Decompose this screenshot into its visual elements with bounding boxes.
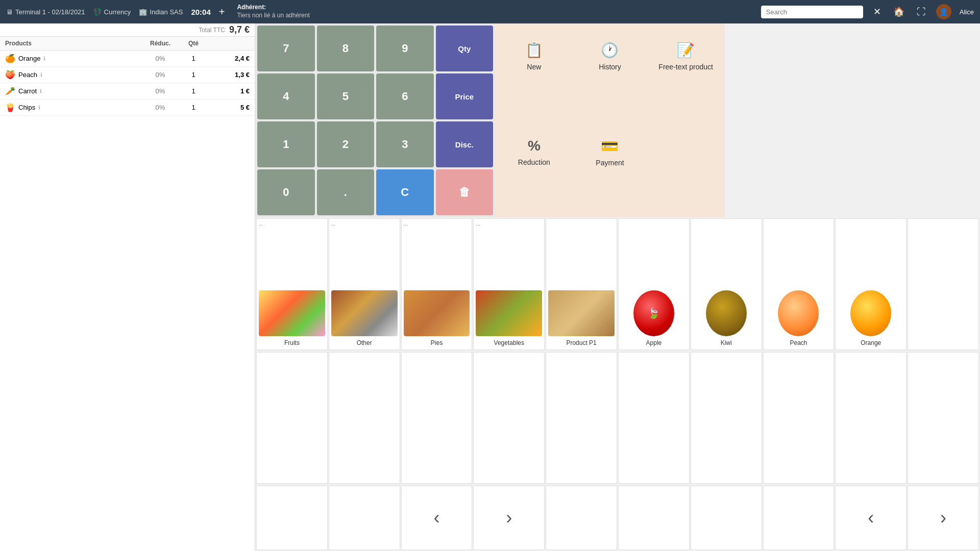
- product-name-vegetables: Vegetables: [494, 338, 524, 347]
- adherent-value: Tiers non lié à un adhérent: [237, 12, 309, 19]
- product-icon: 🥕: [5, 86, 15, 96]
- numpad-1-button[interactable]: 1: [257, 121, 315, 167]
- numpad-.-button[interactable]: .: [317, 169, 375, 215]
- product-cell-row2-6: [691, 352, 762, 484]
- nav-next-products[interactable]: ›: [908, 486, 979, 550]
- total-value: 1 €: [209, 87, 250, 95]
- product-name-peach: Peach: [790, 338, 807, 347]
- nav-next-categories[interactable]: ›: [473, 486, 545, 550]
- avatar: 👤: [936, 4, 951, 19]
- product-cell-vegetables[interactable]: ...Vegetables: [473, 218, 545, 350]
- header: 🖥 Terminal 1 - 02/18/2021 💱 Currency 🏢 I…: [0, 0, 980, 23]
- col-total-header: [209, 40, 250, 47]
- numpad-price-button[interactable]: Price: [436, 73, 494, 119]
- product-cell-product-p1[interactable]: Product P1: [546, 218, 617, 350]
- info-icon[interactable]: ℹ: [40, 88, 42, 94]
- col-reduction-header: Réduc.: [142, 40, 178, 47]
- currency-label: Currency: [104, 8, 131, 16]
- product-cell-apple[interactable]: 🍃Apple: [618, 218, 690, 350]
- numpad-row-3: 0.C🗑: [257, 169, 493, 215]
- product-cell-fruits[interactable]: ...Fruits: [256, 218, 328, 350]
- product-name-orange: Orange: [861, 338, 881, 347]
- reduction-value: 0%: [142, 87, 178, 95]
- product-image-kiwi: [706, 290, 747, 336]
- products-area: 789Qty456Price123Disc.0.C🗑 📋 New 🕐 Histo…: [255, 23, 980, 551]
- nav-prev-categories[interactable]: ‹: [401, 486, 473, 550]
- nav-cell-empty-7: [763, 486, 835, 550]
- fullscreen-button[interactable]: ⛶: [915, 5, 928, 19]
- product-name-fruits: Fruits: [284, 338, 300, 347]
- product-cell-other[interactable]: ...Other: [329, 218, 400, 350]
- numpad-panel: 789Qty456Price123Disc.0.C🗑: [255, 23, 495, 217]
- product-cell-row2-2: [401, 352, 473, 484]
- currency-info[interactable]: 💱 Currency: [93, 8, 131, 16]
- order-panel: Total TTC 9,7 € Products Réduc. Qté 🍊 Or…: [0, 23, 255, 551]
- search-input[interactable]: [761, 6, 863, 18]
- numpad-8-button[interactable]: 8: [317, 26, 375, 71]
- product-cell-row2-8: [835, 352, 906, 484]
- order-row[interactable]: 🍟 Chips ℹ 0% 1 5 €: [0, 99, 255, 116]
- history-button[interactable]: 🕐 History: [573, 26, 647, 87]
- numpad-6-button[interactable]: 6: [376, 73, 434, 119]
- company-info[interactable]: 🏢 Indian SAS: [139, 8, 183, 16]
- info-icon[interactable]: ℹ: [38, 105, 40, 110]
- info-icon[interactable]: ℹ: [40, 72, 42, 78]
- product-cell-row2-7: [763, 352, 835, 484]
- nav-cell-empty-4: [546, 486, 617, 550]
- company-label: Indian SAS: [150, 8, 183, 16]
- clear-search-button[interactable]: ✕: [871, 4, 883, 19]
- payment-button[interactable]: 💳 Payment: [573, 121, 647, 183]
- order-rows: 🍊 Orange ℹ 0% 1 2,4 € 🍑 Peach ℹ 0% 1 1,3…: [0, 51, 255, 551]
- qty-value: 1: [178, 87, 209, 95]
- order-row[interactable]: 🍑 Peach ℹ 0% 1 1,3 €: [0, 67, 255, 83]
- order-total-row: Total TTC 9,7 €: [0, 23, 255, 37]
- product-cell-pies[interactable]: ...Pies: [401, 218, 473, 350]
- product-icon: 🍟: [5, 103, 15, 112]
- order-row[interactable]: 🍊 Orange ℹ 0% 1 2,4 €: [0, 51, 255, 67]
- numpad-3-button[interactable]: 3: [376, 121, 434, 167]
- numpad-9-button[interactable]: 9: [376, 26, 434, 71]
- numpad-0-button[interactable]: 0: [257, 169, 315, 215]
- info-icon[interactable]: ℹ: [43, 56, 45, 61]
- numpad-qty-button[interactable]: Qty: [436, 26, 494, 71]
- currency-icon: 💱: [93, 8, 102, 16]
- numpad-delete-button[interactable]: 🗑: [436, 169, 494, 215]
- numpad-disc.-button[interactable]: Disc.: [436, 121, 494, 167]
- qty-value: 1: [178, 71, 209, 79]
- terminal-info: 🖥 Terminal 1 - 02/18/2021: [6, 8, 85, 16]
- free-text-button[interactable]: 📝 Free-text product: [649, 26, 723, 87]
- product-icon: 🍊: [5, 54, 15, 63]
- numpad-4-button[interactable]: 4: [257, 73, 315, 119]
- product-name-kiwi: Kiwi: [721, 338, 732, 347]
- order-row[interactable]: 🥕 Carrot ℹ 0% 1 1 €: [0, 83, 255, 99]
- product-cell-orange[interactable]: Orange: [835, 218, 906, 350]
- total-label: Total TTC: [199, 27, 225, 34]
- reduction-button[interactable]: % Reduction: [497, 121, 571, 183]
- new-label: New: [527, 63, 541, 71]
- main-layout: Total TTC 9,7 € Products Réduc. Qté 🍊 Or…: [0, 23, 980, 551]
- product-name-other: Other: [357, 338, 372, 347]
- reduction-icon: %: [528, 138, 541, 154]
- col-qty-header: Qté: [178, 40, 209, 47]
- username: Alice: [960, 8, 974, 16]
- product-name: Orange: [18, 55, 40, 62]
- product-cell-row2-3: [473, 352, 545, 484]
- product-image-peach: [778, 290, 819, 336]
- product-name-apple: Apple: [646, 338, 662, 347]
- product-cell-peach[interactable]: Peach: [763, 218, 835, 350]
- numpad-5-button[interactable]: 5: [317, 73, 375, 119]
- home-button[interactable]: 🏠: [891, 4, 906, 19]
- free-text-icon: 📝: [677, 42, 695, 59]
- numpad-clear-button[interactable]: C: [376, 169, 434, 215]
- product-cell-kiwi[interactable]: Kiwi: [691, 218, 762, 350]
- new-button[interactable]: 📋 New: [497, 26, 571, 87]
- numpad-2-button[interactable]: 2: [317, 121, 375, 167]
- add-button[interactable]: +: [219, 6, 225, 18]
- product-image-pies: [404, 290, 470, 336]
- product-image-orange: [850, 290, 891, 336]
- numpad-7-button[interactable]: 7: [257, 26, 315, 71]
- payment-icon: 💳: [601, 138, 619, 155]
- nav-prev-products[interactable]: ‹: [835, 486, 906, 550]
- reduction-value: 0%: [142, 55, 178, 62]
- product-image-other: [331, 290, 398, 336]
